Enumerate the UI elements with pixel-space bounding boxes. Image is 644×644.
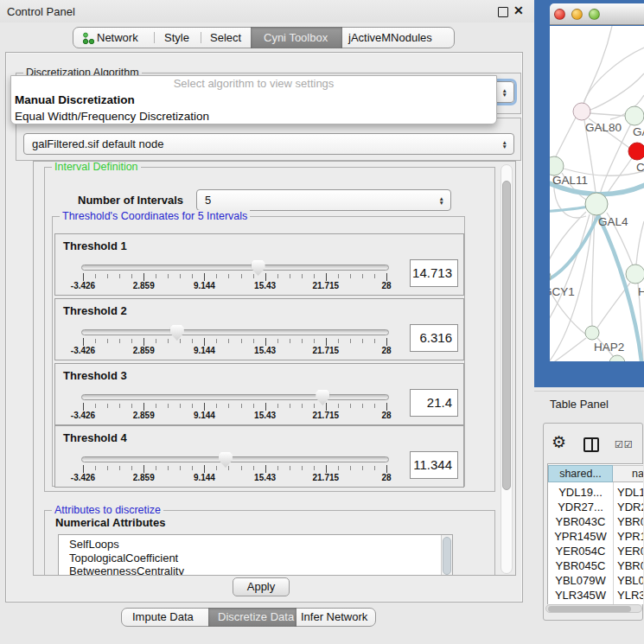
tab-impute-data[interactable]: Impute Data [132, 608, 194, 627]
network-view-canvas[interactable]: GAL80GACGAL11GAL4GCY1HHAP2 [550, 26, 644, 361]
list-scrollbar[interactable] [441, 535, 452, 576]
attribute-list-item[interactable]: TopologicalCoefficient [59, 552, 452, 565]
tab-infer-network[interactable]: Infer Network [301, 608, 367, 627]
network-thick-edge[interactable] [550, 207, 588, 212]
cell-name[interactable]: YBR0 [617, 558, 643, 573]
table-row[interactable]: YBR043CYBR0 [548, 514, 643, 529]
network-node[interactable] [609, 355, 625, 361]
network-node-ga[interactable] [625, 106, 644, 125]
threshold-slider[interactable] [81, 394, 389, 400]
network-node-c[interactable] [628, 143, 644, 160]
popup-option-manual-discretization[interactable]: Manual Discretization [11, 92, 496, 108]
combo-stepper-icon: ▲▼ [439, 196, 444, 205]
apply-button[interactable]: Apply [233, 577, 290, 596]
cell-shared-name[interactable]: YBR045C [548, 558, 613, 573]
numerical-attributes-list[interactable]: SelfLoopsTopologicalCoefficientBetweenne… [58, 534, 453, 576]
table-row[interactable]: YBL079WYBL0 [548, 573, 643, 588]
close-icon[interactable]: ✕ [513, 3, 524, 17]
cell-shared-name[interactable]: YBL079W [548, 573, 613, 588]
network-graph[interactable]: GAL80GACGAL11GAL4GCY1HHAP2 [550, 26, 644, 361]
table-row[interactable]: YPR145WYPR1 [548, 529, 643, 544]
number-of-intervals-combobox[interactable]: 5 ▲▼ [196, 189, 451, 211]
cell-shared-name[interactable]: YLR345W [548, 588, 613, 603]
minimize-traffic-light-icon[interactable] [571, 9, 583, 20]
slider-thumb[interactable] [170, 325, 184, 341]
tab-jactivemnodules[interactable]: jActiveMNodules [348, 27, 432, 48]
network-edge[interactable] [583, 26, 612, 104]
split-view-icon[interactable] [583, 437, 599, 452]
network-node-gal80[interactable] [573, 103, 590, 120]
column-header-shared-name[interactable]: shared... [548, 465, 613, 482]
cell-shared-name[interactable]: YBR043C [548, 514, 613, 529]
table-data-combobox[interactable]: galFiltered.sif default node ▲▼ [23, 133, 514, 155]
threshold-value-field[interactable]: 21.4 [410, 389, 458, 417]
tick-mark [119, 404, 120, 408]
zoom-traffic-light-icon[interactable] [589, 9, 600, 20]
numerical-attributes-label: Numerical Attributes [55, 516, 165, 529]
float-window-icon[interactable] [498, 7, 508, 17]
table-row[interactable]: YER054CYER0 [548, 544, 643, 558]
network-node-h[interactable] [626, 265, 644, 284]
cell-name[interactable]: YDR2 [617, 500, 643, 514]
network-node-hap2[interactable] [585, 326, 599, 340]
tab-select[interactable]: Select [210, 27, 241, 48]
cell-name[interactable]: YPR1 [617, 529, 643, 544]
table-row[interactable]: YBR045CYBR0 [548, 558, 643, 573]
cell-shared-name[interactable]: YDL19... [548, 485, 613, 500]
tab-cyni-toolbox-label[interactable]: Cyni Toolbox [264, 27, 328, 48]
list-scrollbar-thumb[interactable] [443, 537, 451, 575]
table-row[interactable]: YDL19...YDL1 [548, 485, 643, 500]
close-traffic-light-icon[interactable] [554, 9, 565, 20]
attribute-list-item[interactable]: SelfLoops [59, 538, 452, 552]
threshold-slider[interactable] [81, 456, 389, 462]
popup-hint-option[interactable]: Select algorithm to view settings [11, 76, 496, 92]
select-columns-icons[interactable]: ☑☑ [615, 439, 634, 450]
tick-label: 2.859 [119, 473, 168, 482]
cell-name[interactable]: YLR3 [617, 588, 643, 603]
tab-discretize-data-label[interactable]: Discretize Data [218, 608, 294, 627]
threshold-value-field[interactable]: 6.316 [410, 324, 458, 352]
tick-mark [95, 274, 96, 278]
cell-shared-name[interactable]: YPR145W [548, 529, 613, 544]
network-edge[interactable] [592, 215, 595, 326]
cell-shared-name[interactable]: YDR27... [548, 500, 613, 514]
cell-shared-name[interactable]: YER054C [548, 544, 613, 558]
node-attribute-table[interactable]: shared... na YDL19...YDL1YDR27...YDR2YBR… [547, 463, 643, 604]
threshold-value-field[interactable]: 11.344 [410, 451, 458, 479]
network-edge[interactable] [556, 118, 576, 156]
gear-icon[interactable]: ⚙ [552, 432, 566, 452]
network-edge[interactable] [590, 73, 644, 110]
network-node-gal11[interactable] [550, 156, 564, 175]
network-node-gal4[interactable] [585, 193, 608, 215]
slider-thumb[interactable] [316, 390, 329, 405]
network-edge[interactable] [590, 113, 625, 116]
network-node-gcy1[interactable] [550, 269, 551, 284]
cell-name[interactable]: YBR0 [617, 514, 643, 529]
network-edge[interactable] [583, 48, 644, 104]
tab-style[interactable]: Style [164, 27, 189, 48]
network-edge[interactable] [550, 212, 586, 270]
network-edge[interactable] [550, 338, 586, 361]
column-header-name[interactable]: na [613, 465, 643, 482]
tick-label: 21.715 [302, 281, 350, 290]
slider-thumb[interactable] [219, 452, 233, 468]
network-edge[interactable] [550, 214, 590, 330]
table-hscrollbar[interactable] [545, 604, 642, 613]
table-hscrollbar-thumb[interactable] [548, 606, 631, 612]
threshold-value-field[interactable]: 14.713 [410, 259, 458, 287]
popup-option-equal-width-frequency[interactable]: Equal Width/Frequency Discretization [11, 108, 496, 124]
network-edge[interactable] [600, 124, 631, 194]
threshold-slider[interactable] [81, 265, 389, 271]
tick-label: 21.715 [302, 346, 350, 355]
tick-mark [119, 339, 120, 343]
cell-name[interactable]: YBL0 [617, 573, 643, 588]
tab-network[interactable]: Network [97, 27, 138, 48]
threshold-slider[interactable] [81, 329, 389, 335]
attribute-list-item[interactable]: BetweennessCentrality [59, 564, 452, 576]
settings-scrollbar-thumb[interactable] [502, 181, 511, 490]
cell-name[interactable]: YDL1 [617, 485, 643, 500]
network-edge[interactable] [636, 221, 644, 265]
table-row[interactable]: YDR27...YDR2 [548, 500, 643, 514]
cell-name[interactable]: YER0 [617, 544, 643, 558]
table-row[interactable]: YLR345WYLR3 [548, 588, 643, 603]
